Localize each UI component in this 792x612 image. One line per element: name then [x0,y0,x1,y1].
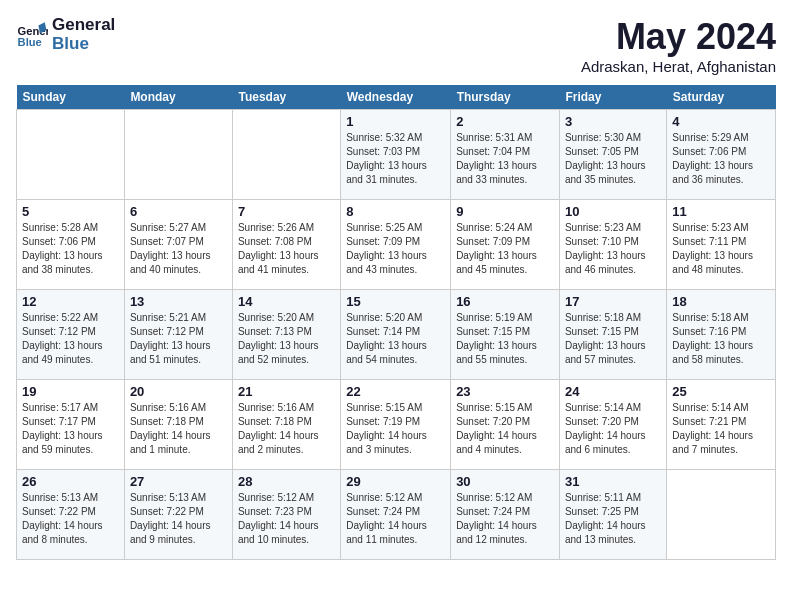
day-info: Sunrise: 5:21 AMSunset: 7:12 PMDaylight:… [130,311,227,367]
day-cell [124,110,232,200]
day-number: 16 [456,294,554,309]
day-info: Sunrise: 5:15 AMSunset: 7:19 PMDaylight:… [346,401,445,457]
day-info: Sunrise: 5:13 AMSunset: 7:22 PMDaylight:… [22,491,119,547]
day-cell: 1Sunrise: 5:32 AMSunset: 7:03 PMDaylight… [341,110,451,200]
day-cell: 16Sunrise: 5:19 AMSunset: 7:15 PMDayligh… [451,290,560,380]
day-cell: 2Sunrise: 5:31 AMSunset: 7:04 PMDaylight… [451,110,560,200]
day-cell: 26Sunrise: 5:13 AMSunset: 7:22 PMDayligh… [17,470,125,560]
day-info: Sunrise: 5:16 AMSunset: 7:18 PMDaylight:… [130,401,227,457]
day-info: Sunrise: 5:12 AMSunset: 7:24 PMDaylight:… [346,491,445,547]
day-cell: 13Sunrise: 5:21 AMSunset: 7:12 PMDayligh… [124,290,232,380]
day-info: Sunrise: 5:30 AMSunset: 7:05 PMDaylight:… [565,131,661,187]
day-info: Sunrise: 5:14 AMSunset: 7:21 PMDaylight:… [672,401,770,457]
logo: General Blue General Blue [16,16,115,53]
col-wednesday: Wednesday [341,85,451,110]
day-number: 30 [456,474,554,489]
day-number: 22 [346,384,445,399]
month-title: May 2024 [581,16,776,58]
day-cell: 14Sunrise: 5:20 AMSunset: 7:13 PMDayligh… [232,290,340,380]
day-cell: 25Sunrise: 5:14 AMSunset: 7:21 PMDayligh… [667,380,776,470]
day-cell: 8Sunrise: 5:25 AMSunset: 7:09 PMDaylight… [341,200,451,290]
day-info: Sunrise: 5:18 AMSunset: 7:15 PMDaylight:… [565,311,661,367]
day-info: Sunrise: 5:18 AMSunset: 7:16 PMDaylight:… [672,311,770,367]
week-row-2: 12Sunrise: 5:22 AMSunset: 7:12 PMDayligh… [17,290,776,380]
day-number: 1 [346,114,445,129]
day-cell: 22Sunrise: 5:15 AMSunset: 7:19 PMDayligh… [341,380,451,470]
day-number: 23 [456,384,554,399]
day-info: Sunrise: 5:17 AMSunset: 7:17 PMDaylight:… [22,401,119,457]
day-cell: 24Sunrise: 5:14 AMSunset: 7:20 PMDayligh… [559,380,666,470]
day-cell [232,110,340,200]
day-cell: 6Sunrise: 5:27 AMSunset: 7:07 PMDaylight… [124,200,232,290]
title-block: May 2024 Adraskan, Herat, Afghanistan [581,16,776,75]
day-number: 5 [22,204,119,219]
day-cell: 31Sunrise: 5:11 AMSunset: 7:25 PMDayligh… [559,470,666,560]
header-row: Sunday Monday Tuesday Wednesday Thursday… [17,85,776,110]
day-cell [667,470,776,560]
day-number: 13 [130,294,227,309]
day-cell: 7Sunrise: 5:26 AMSunset: 7:08 PMDaylight… [232,200,340,290]
day-cell: 17Sunrise: 5:18 AMSunset: 7:15 PMDayligh… [559,290,666,380]
day-number: 6 [130,204,227,219]
col-sunday: Sunday [17,85,125,110]
calendar-body: 1Sunrise: 5:32 AMSunset: 7:03 PMDaylight… [17,110,776,560]
day-number: 29 [346,474,445,489]
logo-text-blue: Blue [52,35,115,54]
day-info: Sunrise: 5:13 AMSunset: 7:22 PMDaylight:… [130,491,227,547]
day-number: 12 [22,294,119,309]
svg-text:Blue: Blue [18,36,42,48]
day-number: 8 [346,204,445,219]
col-saturday: Saturday [667,85,776,110]
day-cell [17,110,125,200]
page-header: General Blue General Blue May 2024 Adras… [16,16,776,75]
day-info: Sunrise: 5:25 AMSunset: 7:09 PMDaylight:… [346,221,445,277]
day-number: 24 [565,384,661,399]
day-info: Sunrise: 5:23 AMSunset: 7:10 PMDaylight:… [565,221,661,277]
day-number: 11 [672,204,770,219]
day-number: 25 [672,384,770,399]
day-number: 2 [456,114,554,129]
col-friday: Friday [559,85,666,110]
day-cell: 28Sunrise: 5:12 AMSunset: 7:23 PMDayligh… [232,470,340,560]
day-number: 31 [565,474,661,489]
day-cell: 21Sunrise: 5:16 AMSunset: 7:18 PMDayligh… [232,380,340,470]
day-info: Sunrise: 5:12 AMSunset: 7:23 PMDaylight:… [238,491,335,547]
day-number: 4 [672,114,770,129]
day-cell: 12Sunrise: 5:22 AMSunset: 7:12 PMDayligh… [17,290,125,380]
day-number: 18 [672,294,770,309]
day-cell: 4Sunrise: 5:29 AMSunset: 7:06 PMDaylight… [667,110,776,200]
day-number: 17 [565,294,661,309]
day-info: Sunrise: 5:31 AMSunset: 7:04 PMDaylight:… [456,131,554,187]
day-info: Sunrise: 5:20 AMSunset: 7:13 PMDaylight:… [238,311,335,367]
day-info: Sunrise: 5:22 AMSunset: 7:12 PMDaylight:… [22,311,119,367]
day-info: Sunrise: 5:11 AMSunset: 7:25 PMDaylight:… [565,491,661,547]
day-number: 10 [565,204,661,219]
day-number: 21 [238,384,335,399]
logo-icon: General Blue [16,19,48,51]
day-number: 27 [130,474,227,489]
day-cell: 10Sunrise: 5:23 AMSunset: 7:10 PMDayligh… [559,200,666,290]
day-cell: 30Sunrise: 5:12 AMSunset: 7:24 PMDayligh… [451,470,560,560]
day-cell: 27Sunrise: 5:13 AMSunset: 7:22 PMDayligh… [124,470,232,560]
day-info: Sunrise: 5:12 AMSunset: 7:24 PMDaylight:… [456,491,554,547]
week-row-4: 26Sunrise: 5:13 AMSunset: 7:22 PMDayligh… [17,470,776,560]
day-cell: 19Sunrise: 5:17 AMSunset: 7:17 PMDayligh… [17,380,125,470]
col-thursday: Thursday [451,85,560,110]
day-number: 9 [456,204,554,219]
day-cell: 11Sunrise: 5:23 AMSunset: 7:11 PMDayligh… [667,200,776,290]
day-cell: 9Sunrise: 5:24 AMSunset: 7:09 PMDaylight… [451,200,560,290]
day-number: 28 [238,474,335,489]
day-cell: 5Sunrise: 5:28 AMSunset: 7:06 PMDaylight… [17,200,125,290]
location-title: Adraskan, Herat, Afghanistan [581,58,776,75]
logo-text-general: General [52,16,115,35]
week-row-1: 5Sunrise: 5:28 AMSunset: 7:06 PMDaylight… [17,200,776,290]
day-number: 26 [22,474,119,489]
day-cell: 3Sunrise: 5:30 AMSunset: 7:05 PMDaylight… [559,110,666,200]
day-info: Sunrise: 5:16 AMSunset: 7:18 PMDaylight:… [238,401,335,457]
day-cell: 29Sunrise: 5:12 AMSunset: 7:24 PMDayligh… [341,470,451,560]
day-info: Sunrise: 5:29 AMSunset: 7:06 PMDaylight:… [672,131,770,187]
day-number: 3 [565,114,661,129]
day-info: Sunrise: 5:24 AMSunset: 7:09 PMDaylight:… [456,221,554,277]
day-info: Sunrise: 5:26 AMSunset: 7:08 PMDaylight:… [238,221,335,277]
calendar-table: Sunday Monday Tuesday Wednesday Thursday… [16,85,776,560]
